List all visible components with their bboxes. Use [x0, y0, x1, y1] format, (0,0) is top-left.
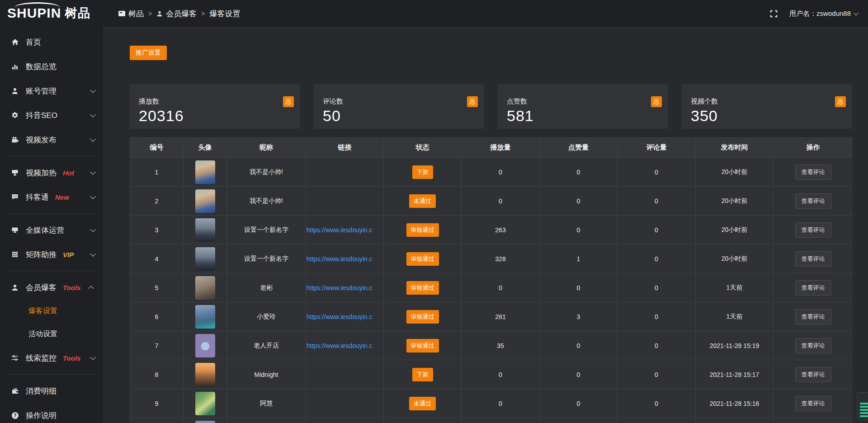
- view-comments-button[interactable]: 查看评论: [795, 164, 831, 180]
- cell-action: [774, 418, 853, 423]
- view-comments-button[interactable]: 查看评论: [795, 367, 831, 382]
- cell-avatar: [184, 187, 227, 216]
- view-comments-button[interactable]: 查看评论: [795, 396, 831, 411]
- status-badge[interactable]: 审核通过: [406, 281, 439, 295]
- sidebar-item-instructions[interactable]: ? 操作说明: [0, 403, 103, 423]
- col-header: 链接: [306, 138, 384, 158]
- sidebar-item-member-baoke[interactable]: 会员爆客 Tools: [0, 275, 103, 300]
- cell-likes: 0: [540, 273, 618, 302]
- total-badge: 总: [835, 96, 846, 107]
- sidebar-subitem-baoke-settings[interactable]: 爆客设置: [0, 300, 103, 323]
- table-row: 2 我不是小帅! 未通过 0 0 0 20小时前 查看评论: [130, 187, 853, 216]
- user-icon: [11, 284, 19, 291]
- breadcrumb-label: 树品: [128, 9, 144, 19]
- status-badge[interactable]: 下架: [412, 165, 433, 179]
- status-badge[interactable]: 下架: [412, 368, 433, 381]
- sidebar-item-matrix-boost[interactable]: 矩阵助推 VIP: [0, 242, 103, 267]
- avatar: [195, 421, 215, 423]
- floating-widget[interactable]: [857, 392, 868, 420]
- view-comments-button[interactable]: 查看评论: [795, 338, 831, 353]
- view-comments-button[interactable]: 查看评论: [795, 309, 831, 324]
- home-icon: [11, 38, 19, 46]
- avatar: [195, 247, 215, 271]
- sidebar-item-all-media[interactable]: 全媒体运营: [0, 218, 103, 242]
- col-header: 发布时间: [696, 138, 774, 158]
- fullscreen-icon[interactable]: [770, 10, 778, 18]
- sidebar-item-douketong[interactable]: 抖客通 New: [0, 185, 103, 209]
- cell-plays: 328: [462, 244, 540, 273]
- sidebar-item-consumption-details[interactable]: 消费明细: [0, 379, 103, 403]
- status-badge[interactable]: 审核通过: [406, 252, 439, 266]
- signal-bar: [860, 415, 868, 417]
- sidebar-item-account-management[interactable]: 账号管理: [0, 79, 103, 103]
- chevron-up-icon: [88, 286, 94, 291]
- cell-action: 查看评论: [774, 331, 853, 360]
- status-badge[interactable]: 审核通过: [406, 310, 439, 324]
- sidebar-item-douyin-seo[interactable]: 抖音SEO: [0, 103, 103, 127]
- status-badge[interactable]: 未通过: [409, 397, 436, 410]
- cell-action: 查看评论: [774, 389, 853, 418]
- sidebar-item-lead-monitoring[interactable]: 线索监控 Tools: [0, 346, 103, 370]
- chevron-down-icon: [90, 169, 96, 175]
- cell-no: 5: [130, 273, 184, 302]
- breadcrumb-item-home[interactable]: 树品: [118, 9, 144, 19]
- avatar: [195, 218, 215, 242]
- cell-no: 4: [130, 244, 184, 273]
- cell-action: 查看评论: [774, 216, 853, 244]
- cell-status: 审核通过: [384, 331, 462, 360]
- promotion-settings-button[interactable]: 推广设置: [130, 46, 167, 60]
- view-comments-button[interactable]: 查看评论: [795, 251, 831, 267]
- chevron-down-icon: [90, 136, 96, 142]
- status-badge[interactable]: 未通过: [409, 194, 436, 208]
- video-link[interactable]: https://www.iesdouyin.c: [307, 284, 373, 291]
- sidebar-subitem-activity-settings[interactable]: 活动设置: [0, 323, 103, 346]
- chevron-down-icon: [90, 87, 96, 93]
- col-header: 昵称: [227, 138, 306, 158]
- sidebar-item-video-heating[interactable]: 视频加热 Hot: [0, 160, 103, 185]
- view-comments-button[interactable]: 查看评论: [795, 222, 831, 238]
- video-link[interactable]: https://www.iesdouyin.c: [307, 255, 373, 263]
- cell-link: [306, 187, 384, 216]
- table-row: 5 老彬 https://www.iesdouyin.c 审核通过 0 0 0 …: [130, 273, 853, 302]
- sidebar-item-home[interactable]: 首页: [0, 30, 103, 54]
- video-link[interactable]: https://www.iesdouyin.c: [307, 226, 373, 234]
- cell-avatar: [184, 244, 227, 273]
- sidebar-item-video-publish[interactable]: 视频发布: [0, 127, 103, 152]
- cell-nickname: 小爱玲: [227, 302, 306, 331]
- sidebar-divider: [7, 156, 96, 156]
- table-row: 9 阿慧 未通过 0 0 0 2021-11-28 15:16 查看评论: [130, 389, 853, 418]
- cell-comments: 0: [618, 158, 696, 187]
- cell-nickname: 设置一个新名字: [227, 244, 306, 273]
- chevron-down-icon: [90, 251, 96, 257]
- breadcrumb-item-member[interactable]: 会员爆客: [156, 9, 197, 19]
- cell-comments: 0: [618, 244, 696, 273]
- cell-avatar: [184, 273, 227, 302]
- cell-comments: 0: [618, 187, 696, 216]
- cell-time: 20小时前: [696, 187, 774, 216]
- sidebar-item-data-overview[interactable]: 数据总览: [0, 54, 103, 79]
- status-badge[interactable]: 审核通过: [406, 339, 439, 352]
- cell-status: 审核通过: [384, 302, 462, 331]
- cell-avatar: [184, 360, 227, 389]
- username-dropdown[interactable]: 用户名：zswodun88: [789, 9, 857, 18]
- video-link[interactable]: https://www.iesdouyin.c: [307, 313, 373, 320]
- status-badge[interactable]: 审核通过: [406, 223, 439, 237]
- cell-status: 未通过: [384, 187, 462, 216]
- app-root: 树品 > 会员爆客 > 爆客设置 用户名：zswodun88 SHUPIN 树品: [0, 0, 868, 423]
- breadcrumb-separator: >: [148, 10, 152, 17]
- view-comments-button[interactable]: 查看评论: [795, 280, 831, 296]
- breadcrumb-item-current[interactable]: 爆客设置: [209, 9, 240, 19]
- table-row: 8 Midnight 下架 0 0 0 2021-11-28 15:17 查看评…: [130, 360, 853, 389]
- cell-nickname: 老彬: [227, 273, 306, 302]
- logo-text-zh: 树品: [65, 5, 91, 21]
- stat-label: 评论数: [323, 97, 477, 106]
- video-link[interactable]: https://www.iesdouyin.c: [307, 342, 373, 349]
- tools-badge: Tools: [63, 284, 80, 291]
- view-comments-button[interactable]: 查看评论: [795, 193, 831, 209]
- cell-plays: 263: [462, 216, 540, 244]
- avatar: [195, 363, 215, 386]
- cell-no: 2: [130, 187, 184, 216]
- cell-time: 2021-11-28 15:19: [696, 331, 774, 360]
- cell-link: https://www.iesdouyin.c: [306, 302, 384, 331]
- logo[interactable]: SHUPIN 树品: [0, 0, 103, 26]
